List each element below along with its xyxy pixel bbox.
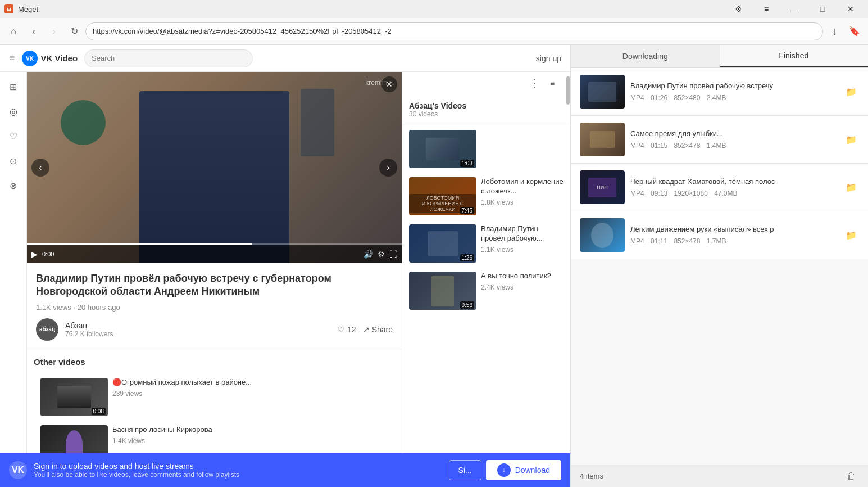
list-item[interactable]: 1:03 — [402, 125, 570, 173]
items-count: 4 items — [580, 472, 603, 480]
share-button[interactable]: ↗ Share — [363, 325, 393, 334]
browser-panel: ≡ VK VK Video sign up ⊞ ◎ ♡ — [0, 45, 570, 487]
download-item-thumbnail: НИН — [580, 170, 625, 204]
video-item-title: А вы точно политик? — [481, 272, 563, 281]
signin-button[interactable]: Si... — [449, 460, 481, 480]
svg-text:VK: VK — [26, 56, 34, 62]
play-button[interactable]: ▶ — [31, 250, 38, 259]
download-button[interactable]: ↓ Download — [486, 460, 561, 480]
save-item-button[interactable]: 📁 — [843, 227, 859, 243]
save-item-button[interactable]: 📁 — [843, 132, 859, 147]
video-item-title: Басня про лосины Киркорова — [112, 425, 388, 435]
item-format: MP4 — [630, 237, 644, 245]
download-item-meta: MP4 09:13 1920×1080 47.0MB — [630, 190, 838, 197]
video-nav-right-button[interactable]: › — [379, 159, 397, 177]
titlebar-left: M Meget — [4, 4, 38, 13]
share-label: Share — [372, 325, 393, 334]
sidebar-icon-circle[interactable]: ◎ — [3, 101, 24, 121]
download-item-meta: MP4 01:26 852×480 2.4MB — [630, 94, 838, 102]
signup-link[interactable]: sign up — [536, 54, 561, 63]
close-button[interactable]: ✕ — [838, 0, 864, 18]
download-panel-footer: 4 items 🗑 — [571, 465, 868, 487]
download-items-list: Владимир Путин провёл рабочую встречу MP… — [571, 68, 868, 465]
list-item[interactable]: ЛОБОТОМИЯИ КОРМЛЕНИЕ С ЛОЖЕЧКИ 7:45 Лобо… — [402, 173, 570, 220]
item-duration: 01:26 — [651, 94, 667, 102]
search-input[interactable] — [84, 49, 253, 67]
list-view-button[interactable]: ≡ — [543, 74, 561, 92]
vk-search[interactable] — [84, 49, 253, 67]
address-bar[interactable] — [85, 22, 823, 40]
video-duration: 1:03 — [460, 160, 474, 167]
download-item-title: Самое время для улыбки... — [630, 129, 838, 139]
sidebar-icon-heart[interactable]: ♡ — [3, 126, 24, 146]
forward-button[interactable]: › — [45, 22, 63, 40]
video-meta: 1.1K views · 20 hours ago — [36, 303, 393, 312]
list-item[interactable]: 1:26 Владимир Путин провёл рабочую... 1.… — [402, 220, 570, 267]
video-thumbnail: ЛОБОТОМИЯИ КОРМЛЕНИЕ С ЛОЖЕЧКИ 7:45 — [409, 177, 476, 215]
volume-button[interactable]: 🔊 — [363, 250, 373, 259]
video-nav-left-button[interactable]: ‹ — [31, 159, 49, 177]
fullscreen-button[interactable]: ⛶ — [389, 250, 397, 259]
download-label: Download — [515, 466, 550, 475]
download-item-thumbnail — [580, 75, 625, 109]
refresh-button[interactable]: ↻ — [65, 22, 83, 40]
download-item-info: Владимир Путин провёл рабочую встречу MP… — [630, 82, 838, 102]
item-format: MP4 — [630, 94, 644, 102]
titlebar: M Meget ⚙ ≡ — □ ✕ — [0, 0, 868, 18]
back-button[interactable]: ‹ — [25, 22, 43, 40]
save-item-button[interactable]: 📁 — [843, 179, 859, 195]
download-nav-button[interactable]: ↓ — [825, 22, 843, 40]
video-sidebar-right: ⋮ ≡ Абзац's Videos 30 videos — [402, 72, 570, 453]
like-button[interactable]: ♡ 12 — [338, 325, 356, 334]
app-icon: M — [4, 4, 13, 13]
list-item[interactable]: 1:02 Басня про лосины Киркорова 1.4K vie… — [34, 421, 395, 453]
bookmark-button[interactable]: 🔖 — [846, 22, 864, 40]
app-title: Meget — [18, 5, 38, 13]
download-item-thumbnail — [580, 218, 625, 252]
tab-finished[interactable]: Finished — [720, 45, 869, 67]
channel-name: Абзац — [65, 321, 113, 330]
list-item[interactable]: 0:56 А вы точно политик? 2.4K views — [402, 267, 570, 314]
tab-downloading[interactable]: Downloading — [571, 45, 720, 67]
other-videos-title: Other videos — [34, 357, 395, 367]
home-button[interactable]: ⌂ — [4, 22, 22, 40]
video-info-item: А вы точно политик? 2.4K views — [481, 272, 563, 310]
sidebar-icon-star[interactable]: ⊙ — [3, 151, 24, 171]
item-size: 1.4MB — [707, 142, 726, 150]
settings-button[interactable]: ⚙ — [725, 0, 751, 18]
video-placeholder — [27, 72, 402, 263]
vk-menu-icon[interactable]: ≡ — [9, 52, 15, 64]
video-actions: ♡ 12 ↗ Share — [338, 325, 393, 334]
item-size: 1.7MB — [707, 237, 726, 245]
download-tabs: Downloading Finished — [571, 45, 868, 68]
video-channel-row: абзац Абзац 76.2 K followers ♡ 12 — [36, 318, 393, 341]
save-item-button[interactable]: 📁 — [843, 84, 859, 100]
item-resolution: 1920×1080 — [674, 190, 707, 197]
list-item[interactable]: 0:08 🔴Огромный пожар полыхает в районе..… — [34, 373, 395, 421]
download-item-title: Владимир Путин провёл рабочую встречу — [630, 82, 838, 91]
download-item-meta: MP4 01:15 852×478 1.4MB — [630, 142, 838, 150]
video-thumbnail: 0:56 — [409, 272, 476, 310]
sidebar-icon-grid[interactable]: ⊞ — [3, 76, 24, 97]
video-item-views: 1.8K views — [481, 199, 563, 206]
minimize-button[interactable]: — — [781, 0, 807, 18]
channel-avatar[interactable]: абзац — [36, 318, 58, 341]
video-separator: · — [74, 303, 78, 312]
vk-content: ⊞ ◎ ♡ ⊙ ⊗ — [0, 72, 570, 453]
video-player[interactable]: kremlin.ru ✕ ‹ › ▶ 0:00 🔊 — [27, 72, 402, 263]
menu-button[interactable]: ≡ — [753, 0, 779, 18]
video-item-views: 1.4K views — [112, 437, 388, 445]
bottom-text: Sign in to upload videos and host live s… — [34, 462, 442, 479]
settings-video-button[interactable]: ⚙ — [378, 250, 385, 259]
vk-logo: VK VK Video — [22, 51, 78, 66]
video-item-views: 239 views — [112, 390, 388, 398]
dots-menu-button[interactable]: ⋮ — [525, 74, 543, 92]
maximize-button[interactable]: □ — [810, 0, 835, 18]
trash-button[interactable]: 🗑 — [843, 468, 859, 484]
item-size: 2.4MB — [707, 94, 726, 102]
video-info-item: Владимир Путин провёл рабочую... 1.1K vi… — [481, 224, 563, 263]
sidebar-icon-settings[interactable]: ⊗ — [3, 175, 24, 196]
video-duration: 0:56 — [460, 301, 474, 309]
video-close-button[interactable]: ✕ — [381, 76, 397, 92]
download-item: Самое время для улыбки... MP4 01:15 852×… — [571, 116, 868, 164]
